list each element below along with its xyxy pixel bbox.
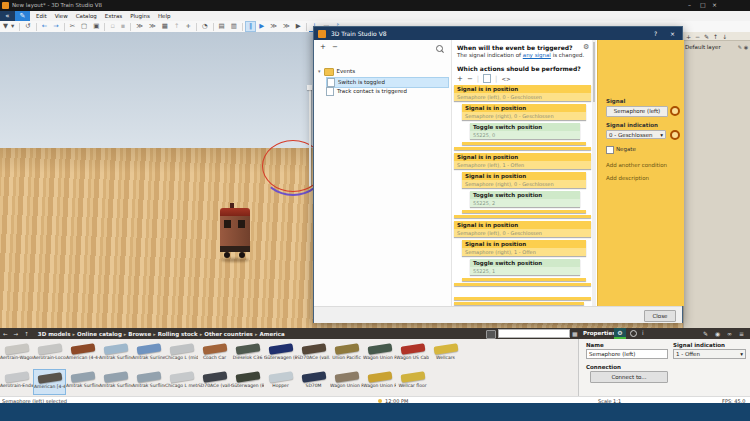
grid-icon[interactable]: ▦ xyxy=(159,21,171,32)
add-description-link[interactable]: Add description xyxy=(606,175,649,181)
edit-mode-icon[interactable]: ✎ xyxy=(15,11,30,21)
eye-icon[interactable]: ◉ xyxy=(715,328,720,339)
condition-block[interactable]: Signal is in positionSemaphore (left), 0… xyxy=(454,221,591,237)
catalog-item[interactable]: SD70M xyxy=(297,369,330,395)
dialog-titlebar[interactable]: 3D Train Studio V8 ? × xyxy=(314,27,682,40)
catalog-item[interactable]: Wellcars xyxy=(429,341,462,367)
info-icon[interactable]: i xyxy=(642,329,644,336)
cut-icon[interactable]: ✂ xyxy=(67,21,78,32)
raise-icon[interactable]: ↑ xyxy=(171,21,182,32)
play-icon[interactable]: ▶ xyxy=(256,21,267,32)
menu-extras[interactable]: Extras xyxy=(101,11,126,21)
save-caret-icon[interactable]: ▾ xyxy=(11,21,17,32)
reload-icon[interactable]: ↺ xyxy=(22,21,33,32)
breadcrumb[interactable]: Online catalog xyxy=(75,331,124,337)
panel-left-icon[interactable]: ▤ xyxy=(216,21,228,32)
catalog-item[interactable]: American (4-4-0)... xyxy=(66,341,99,367)
catalog-item[interactable]: Güterwagen (Box) xyxy=(264,341,297,367)
catalog-item[interactable]: Dieselok C36 xyxy=(231,341,264,367)
breadcrumb[interactable]: America xyxy=(257,331,286,337)
layer-down-icon[interactable]: ↓ xyxy=(722,33,727,40)
event-remove-icon[interactable]: − xyxy=(332,43,338,51)
menu-edit[interactable]: Edit xyxy=(32,11,51,21)
undo-icon[interactable]: ← xyxy=(39,21,50,32)
caboose[interactable] xyxy=(220,208,250,262)
catalog-item[interactable]: Wagon Union Pa... xyxy=(363,369,396,395)
pick-signal-icon[interactable] xyxy=(670,106,680,116)
condition-block[interactable]: Signal is in positionSemaphore (left), 1… xyxy=(454,153,591,169)
redo-icon[interactable]: → xyxy=(50,21,61,32)
event-add-icon[interactable]: + xyxy=(320,43,326,51)
paste-icon[interactable]: ▣ xyxy=(90,21,102,32)
action-remove-icon[interactable]: − xyxy=(467,75,473,83)
name-input[interactable]: Semaphore (left) xyxy=(586,349,668,359)
layer-rename-icon[interactable]: ✎ xyxy=(738,44,742,50)
menu-plugins[interactable]: Plugins xyxy=(126,11,154,21)
grid-view-icon[interactable]: ▦ xyxy=(572,330,578,337)
breadcrumb[interactable]: Rolling stock xyxy=(156,331,200,337)
clock-icon[interactable]: ◔ xyxy=(199,21,211,32)
connect-to-button[interactable]: Connect to... xyxy=(590,371,668,383)
tree-node-track-contact[interactable]: Track contact is triggered xyxy=(326,87,447,96)
signal-picker-button[interactable]: Semaphore (left) xyxy=(606,106,668,117)
layer-remove-icon[interactable]: − xyxy=(695,33,700,40)
catalog-item[interactable]: Chicago L metro... xyxy=(165,369,198,395)
view-next-icon[interactable]: ≫ xyxy=(146,21,159,32)
catalog-item[interactable]: Amtrak Surfliner... xyxy=(66,369,99,395)
negate-checkbox[interactable] xyxy=(606,146,614,154)
link-icon[interactable]: ∞ xyxy=(727,328,732,339)
layer-visibility-icon[interactable]: ◉ xyxy=(744,44,748,50)
faster-forward-icon[interactable]: ≫ xyxy=(280,21,293,32)
indication-select[interactable]: 0 - Geschlossen▾ xyxy=(606,130,666,139)
layer-edit-icon[interactable]: ✎ xyxy=(704,33,709,40)
edit-icon[interactable]: ✎ xyxy=(703,328,708,339)
minimize-button[interactable]: – xyxy=(688,0,691,10)
catalog-item-selected[interactable]: American [4-4-0] xyxy=(33,369,66,395)
condition-block[interactable]: Signal is in positionSemaphore (right), … xyxy=(462,172,586,188)
code-icon[interactable]: <> xyxy=(501,76,510,82)
indication-select[interactable]: 1 - Offen▾ xyxy=(673,349,746,359)
catalog-item[interactable]: Wagon Union Pa... xyxy=(363,341,396,367)
close-button[interactable]: Close xyxy=(644,310,676,322)
duplicate-icon[interactable] xyxy=(483,74,491,83)
layer-up-icon[interactable]: ↑ xyxy=(713,33,718,40)
nav-up-icon[interactable]: ↑ xyxy=(21,331,32,337)
catalog-item[interactable]: Amtrak Surfliner... xyxy=(99,341,132,367)
dialog-help-icon[interactable]: ? xyxy=(654,27,657,40)
any-signal-link[interactable]: any signal xyxy=(523,52,551,58)
search-icon[interactable] xyxy=(436,45,443,52)
condition-block[interactable]: Signal is in positionSemaphore (left), 0… xyxy=(454,85,591,101)
catalog-item[interactable]: Aerotrain-Endwa... xyxy=(0,369,33,395)
menu-icon[interactable]: ≡ xyxy=(739,328,744,339)
view-prev-icon[interactable]: ≫ xyxy=(133,21,146,32)
scrollbar-thumb[interactable] xyxy=(593,42,595,102)
chevron-down-icon[interactable]: ▾ xyxy=(318,67,321,76)
pause-icon[interactable]: ∥ xyxy=(245,21,256,32)
add-icon[interactable]: + xyxy=(182,21,193,32)
save-icon[interactable]: ▼ xyxy=(0,21,11,32)
scrollbar[interactable] xyxy=(592,40,596,306)
catalog-item[interactable]: Wagon Union Pa... xyxy=(330,369,363,395)
catalog-item[interactable]: Union Pacific xyxy=(330,341,363,367)
catalog-item[interactable]: Güterwagen (Box... xyxy=(231,369,264,395)
menu-catalog[interactable]: Catalog xyxy=(72,11,101,21)
breadcrumb[interactable]: 3D models xyxy=(36,331,73,337)
condition-block[interactable]: Signal is in positionSemaphore (right), … xyxy=(462,240,586,256)
catalog-item[interactable]: Amtrak Surfliner... xyxy=(132,369,165,395)
copy-icon[interactable]: ▢ xyxy=(78,21,90,32)
nav-forward-icon[interactable]: → xyxy=(11,331,22,337)
action-add-icon[interactable]: + xyxy=(457,75,463,83)
catalog-item[interactable]: Amtrak Surliner... xyxy=(132,341,165,367)
close-button[interactable]: × xyxy=(712,0,717,10)
menu-help[interactable]: Help xyxy=(154,11,175,21)
add-condition-link[interactable]: Add another condition xyxy=(606,162,667,168)
catalog-item[interactable]: Aertrain-Wagon xyxy=(0,341,33,367)
catalog-item[interactable]: Hopper xyxy=(264,369,297,395)
tree-node-events[interactable]: ▾ Events xyxy=(318,67,448,76)
condition-block[interactable]: Signal is in positionSemaphore (right), … xyxy=(462,104,586,120)
menu-view[interactable]: View xyxy=(51,11,72,21)
catalog-item[interactable]: Amtrak Surfliner... xyxy=(99,369,132,395)
catalog-item[interactable]: Wellcar floor xyxy=(396,369,429,395)
action-block[interactable]: Toggle switch position55225, 1 xyxy=(470,259,580,275)
dialog-close-icon[interactable]: × xyxy=(670,27,675,40)
